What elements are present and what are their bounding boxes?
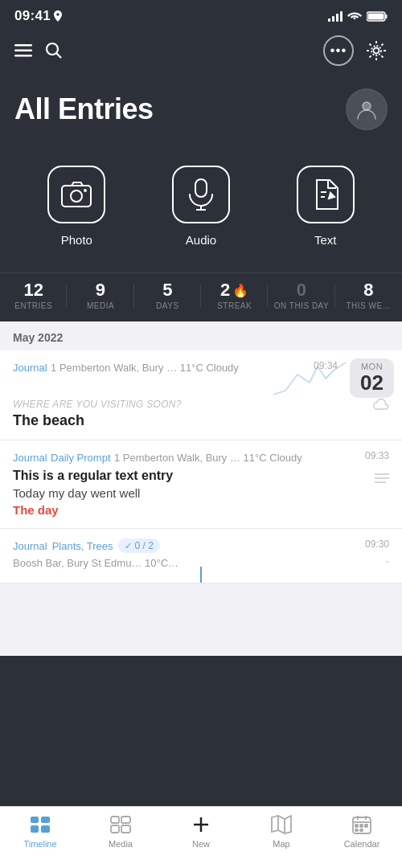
- text-icon-container: [297, 166, 355, 223]
- svg-point-8: [374, 48, 379, 54]
- entry3-location: Boosh Bar, Bury St Edmu… 10°C…: [13, 557, 178, 569]
- svg-rect-29: [121, 825, 130, 833]
- svg-rect-5: [14, 55, 32, 57]
- list-item[interactable]: Journal Plants, Trees ✓ 0 / 2 Boosh Bar,…: [0, 529, 402, 583]
- page-title: All Entries: [14, 92, 154, 126]
- photo-label: Photo: [61, 233, 92, 247]
- svg-rect-27: [111, 825, 119, 833]
- media-icon: [109, 813, 132, 836]
- entries-count: 12: [23, 281, 43, 299]
- entry3-tag-label: 0 / 2: [135, 540, 154, 551]
- entry3-tags-row: Journal Plants, Trees ✓ 0 / 2: [13, 538, 365, 553]
- audio-action[interactable]: Audio: [172, 166, 230, 247]
- quick-actions: Photo Audio Text: [0, 149, 402, 272]
- svg-rect-41: [365, 825, 367, 827]
- entry1-chart: [273, 358, 346, 403]
- audio-label: Audio: [186, 233, 216, 247]
- status-time: 09:41: [14, 8, 51, 24]
- more-button[interactable]: •••: [323, 35, 354, 66]
- location-icon: [54, 10, 62, 22]
- month-header: May 2022: [0, 321, 402, 350]
- svg-rect-11: [62, 186, 91, 207]
- svg-line-7: [57, 54, 62, 59]
- stat-streak[interactable]: 2 🔥 STREAK: [201, 281, 268, 310]
- page-header: All Entries: [0, 76, 402, 149]
- avatar[interactable]: [346, 88, 388, 130]
- calendar-icon: [351, 813, 373, 836]
- entry3-time: 09:30: [365, 538, 389, 550]
- stat-onthisday[interactable]: 0 ON THIS DAY: [268, 281, 334, 310]
- text-label: Text: [314, 233, 337, 247]
- entry2-prompt-tag: Daily Prompt: [51, 452, 110, 464]
- text-action[interactable]: Text: [297, 166, 355, 247]
- lines-icon: [375, 471, 389, 488]
- svg-point-13: [84, 189, 87, 192]
- svg-rect-24: [41, 817, 50, 823]
- onthisday-label: ON THIS DAY: [274, 301, 329, 310]
- entry1-day-badge: MON 02: [350, 358, 394, 398]
- status-icons: [328, 10, 388, 22]
- media-count: 9: [96, 281, 105, 299]
- entry2-journal: Journal: [13, 452, 47, 464]
- nav-bar: •••: [0, 29, 402, 76]
- entry2-title: This is a regular text entry: [13, 468, 173, 485]
- status-bar: 09:41: [0, 0, 402, 29]
- onthisday-count: 0: [297, 281, 306, 299]
- entry2-time: 09:33: [365, 450, 389, 461]
- timeline-tab-label: Timeline: [23, 839, 56, 849]
- svg-point-10: [363, 102, 371, 110]
- svg-rect-4: [14, 50, 32, 52]
- entry3-tag-badge: ✓ 0 / 2: [118, 538, 160, 553]
- tab-calendar[interactable]: Calendar: [322, 813, 402, 849]
- flame-icon: 🔥: [232, 283, 248, 298]
- timeline-icon: [29, 813, 51, 836]
- tab-map[interactable]: Map: [241, 813, 322, 849]
- map-tab-label: Map: [273, 839, 289, 849]
- thisweek-count: 8: [363, 281, 373, 299]
- entry1-location: 1 Pemberton Walk, Bury … 11°C Cloudy: [51, 362, 239, 374]
- stat-days[interactable]: 5 DAYS: [134, 281, 201, 310]
- list-item[interactable]: Journal 1 Pemberton Walk, Bury … 11°C Cl…: [0, 350, 402, 440]
- svg-rect-2: [386, 14, 388, 18]
- stats-bar: 12 ENTRIES 9 MEDIA 5 DAYS 2 🔥 STREAK 0 O…: [0, 272, 402, 321]
- entry1-title: The beach: [13, 411, 338, 430]
- thisweek-label: THIS WE…: [346, 301, 391, 310]
- svg-rect-40: [360, 825, 363, 827]
- entry3-dot: ·: [386, 555, 389, 569]
- days-label: DAYS: [156, 301, 179, 310]
- entry3-plants: Plants, Trees: [52, 540, 113, 552]
- media-tab-label: Media: [109, 839, 133, 849]
- battery-icon: [367, 11, 388, 22]
- search-button[interactable]: [45, 42, 63, 59]
- tab-timeline[interactable]: Timeline: [0, 813, 80, 849]
- stat-thisweek[interactable]: 8 THIS WE…: [335, 281, 402, 310]
- menu-button[interactable]: [14, 44, 32, 57]
- photo-action[interactable]: Photo: [47, 166, 105, 247]
- svg-point-12: [71, 190, 82, 202]
- timeline: May 2022 Journal 1 Pemberton Walk, Bury …: [0, 321, 402, 656]
- list-item[interactable]: Journal Daily Prompt 1 Pemberton Walk, B…: [0, 440, 402, 529]
- svg-rect-14: [195, 179, 207, 197]
- svg-point-6: [47, 43, 58, 55]
- tab-bar: Timeline Media New: [0, 806, 402, 868]
- svg-rect-28: [121, 817, 130, 823]
- entries-label: ENTRIES: [14, 301, 52, 310]
- entry1-journal: Journal: [13, 362, 47, 374]
- photo-icon-container: [47, 166, 105, 223]
- entry1-day-num: 02: [358, 371, 386, 395]
- wifi-icon: [347, 10, 362, 22]
- stat-media[interactable]: 9 MEDIA: [67, 281, 133, 310]
- settings-button[interactable]: [365, 39, 388, 62]
- media-label: MEDIA: [87, 301, 114, 310]
- audio-icon-container: [172, 166, 230, 223]
- entry3-journal: Journal: [13, 540, 47, 552]
- svg-rect-1: [368, 13, 384, 19]
- svg-rect-26: [111, 817, 119, 823]
- tab-new[interactable]: New: [161, 813, 241, 849]
- stat-entries[interactable]: 12 ENTRIES: [0, 281, 67, 310]
- tab-media[interactable]: Media: [80, 813, 161, 849]
- svg-rect-22: [31, 817, 39, 823]
- days-count: 5: [162, 281, 172, 299]
- svg-marker-32: [272, 816, 291, 833]
- streak-count: 2: [220, 281, 230, 299]
